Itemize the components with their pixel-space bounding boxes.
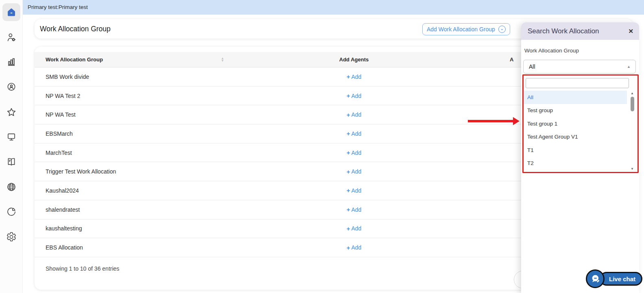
panel-title: Search Work Allocation [521, 27, 599, 35]
work-allocation-group-cell: Trigger Test Work Allocation [35, 168, 262, 175]
plus-icon: + [347, 244, 350, 251]
sidebar-item-knowledge-base[interactable] [2, 153, 20, 171]
work-allocation-group-cell: SMB Work divide [35, 74, 262, 80]
search-panel-header: Search Work Allocation ✕ [521, 22, 639, 40]
close-icon[interactable]: ✕ [628, 28, 633, 34]
add-button-label: Add Work Allocation Group [427, 26, 495, 33]
dropdown-options: All Test group Test group 1 Test Agent G… [524, 91, 637, 172]
add-agents-link[interactable]: +Add [347, 92, 362, 99]
work-allocation-group-cell: kaushaltesting [35, 225, 262, 232]
plus-icon: + [347, 111, 350, 118]
agent-badge-icon [6, 82, 17, 92]
add-agents-link[interactable]: +Add [347, 187, 362, 194]
add-agents-link[interactable]: +Add [347, 149, 362, 156]
plus-icon: + [347, 187, 350, 194]
scroll-down-icon[interactable]: ▼ [631, 167, 634, 171]
column-header-add-agents: Add Agents [262, 56, 445, 63]
add-agents-link[interactable]: +Add [347, 130, 362, 137]
plus-icon: + [347, 168, 350, 175]
star-icon [6, 107, 17, 117]
breadcrumb: Primary test:Primary test [23, 0, 88, 15]
topbar: Primary test:Primary test [23, 0, 644, 15]
sort-icon[interactable]: ▲▼ [221, 57, 224, 62]
scroll-up-icon[interactable]: ▲ [631, 91, 634, 95]
plus-icon: + [347, 225, 350, 232]
select-value: All [529, 63, 535, 70]
work-allocation-group-cell: EBSMarch [35, 130, 262, 137]
sidebar-item-favorites[interactable] [2, 103, 20, 121]
sidebar-item-global[interactable] [2, 178, 20, 196]
dropdown-option[interactable]: Test group 1 [524, 117, 627, 130]
user-gear-icon [6, 32, 17, 43]
plus-icon: + [347, 73, 350, 80]
globe-icon [6, 182, 17, 192]
home-icon [6, 7, 17, 17]
sidebar-item-home[interactable] [2, 3, 20, 21]
add-agents-link[interactable]: +Add [347, 206, 362, 213]
work-allocation-group-cell: Kaushal2024 [35, 187, 262, 194]
work-allocation-group-cell: shalendratest [35, 206, 262, 213]
dropdown-option[interactable]: Test Agent Group V1 [524, 130, 627, 144]
plus-icon: + [347, 92, 350, 99]
dropdown-annotated: All Test group Test group 1 Test Agent G… [522, 74, 639, 173]
plus-icon: + [347, 130, 350, 137]
sidebar-item-desktop[interactable] [2, 128, 20, 146]
annotation-arrow [468, 120, 513, 122]
chat-bubble-icon [586, 269, 605, 288]
work-allocation-group-cell: EBS Allocation [35, 244, 262, 251]
add-agents-link[interactable]: +Add [347, 168, 362, 175]
sidebar-item-users[interactable] [2, 28, 20, 46]
live-chat-widget[interactable]: Live chat [586, 269, 642, 288]
add-agents-link[interactable]: +Add [347, 73, 362, 80]
search-panel: Search Work Allocation ✕ Work Allocation… [521, 22, 639, 293]
add-agents-link[interactable]: +Add [347, 111, 362, 118]
sidebar-item-settings[interactable] [2, 228, 20, 246]
work-allocation-group-cell: MarchTest [35, 150, 262, 156]
work-allocation-group-select[interactable]: All ▲ [523, 60, 636, 74]
dropdown-option[interactable]: T1 [524, 143, 627, 157]
sidebar-item-agents[interactable] [2, 78, 20, 96]
dropdown-option-all[interactable]: All [524, 91, 627, 104]
scrollbar-thumb[interactable] [631, 97, 634, 111]
sidebar-item-reports[interactable] [2, 53, 20, 71]
field-label: Work Allocation Group [524, 48, 579, 54]
plus-icon: + [347, 149, 350, 156]
add-agents-link[interactable]: +Add [347, 225, 362, 232]
add-work-allocation-group-button[interactable]: Add Work Allocation Group ⌄ [422, 23, 510, 35]
add-agents-link[interactable]: +Add [347, 244, 362, 251]
dropdown-option[interactable]: T2 [524, 157, 627, 170]
live-chat-label: Live chat [600, 272, 642, 286]
sidebar-item-analytics[interactable] [2, 203, 20, 221]
caret-up-icon: ▲ [627, 65, 631, 69]
work-allocation-group-cell: NP WA Test 2 [35, 93, 262, 99]
pie-chart-icon [6, 206, 17, 217]
gear-icon [6, 232, 17, 242]
work-allocation-group-cell: NP WA Test [35, 111, 262, 118]
column-header-work-allocation-group[interactable]: Work Allocation Group [46, 56, 103, 63]
plus-icon: + [347, 206, 350, 213]
dropdown-scrollbar[interactable]: ▲ ▼ [630, 91, 635, 171]
app-screen: Primary test:Primary test Work Allocatio… [0, 0, 644, 293]
chevron-down-icon: ⌄ [498, 26, 506, 33]
bar-chart-icon [6, 57, 17, 67]
dropdown-search-input[interactable] [526, 78, 629, 88]
page-title: Work Allocation Group [40, 19, 111, 39]
book-icon [6, 156, 17, 167]
monitor-icon [6, 132, 17, 142]
dropdown-option[interactable]: Test group [524, 104, 627, 117]
sidebar [0, 0, 23, 293]
